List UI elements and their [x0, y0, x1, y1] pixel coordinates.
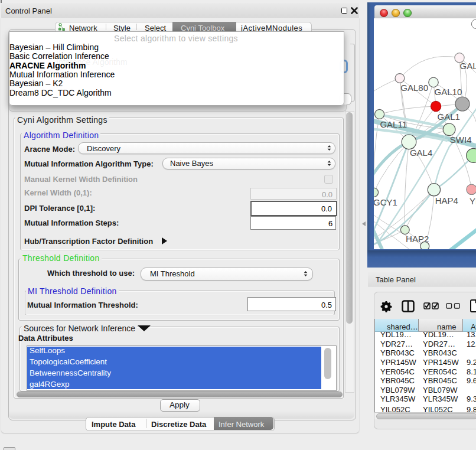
svg-text:GAL10: GAL10 [435, 87, 462, 97]
svg-text:GAL2: GAL2 [460, 61, 476, 71]
svg-text:GAL4: GAL4 [410, 148, 432, 158]
svg-text:YD: YD [470, 196, 476, 206]
svg-text:GCY1: GCY1 [374, 197, 397, 207]
svg-text:GAL11: GAL11 [380, 119, 407, 129]
svg-text:HAP2: HAP2 [406, 234, 429, 244]
svg-text:SWI4: SWI4 [450, 135, 472, 145]
svg-text:HAP4: HAP4 [435, 195, 458, 206]
svg-text:GAL80: GAL80 [400, 83, 428, 93]
svg-text:GAL1: GAL1 [438, 112, 460, 122]
